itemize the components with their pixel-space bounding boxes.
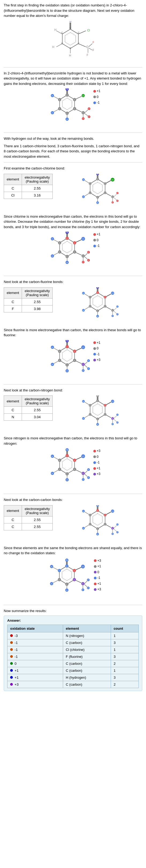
svg-marker-28 — [60, 95, 75, 113]
svg-marker-114 — [60, 238, 75, 256]
element-cell: C (carbon) — [63, 639, 111, 646]
carbon-chlorine-explanation: Since chlorine is more electronegative t… — [4, 214, 142, 230]
svg-text:H: H — [83, 309, 84, 312]
svg-marker-373 — [62, 569, 72, 581]
table-header-element: element — [4, 396, 22, 407]
svg-text:C: C — [104, 305, 106, 308]
svg-text:Cl: Cl — [111, 179, 114, 181]
svg-text:F: F — [82, 118, 84, 120]
divider-6 — [4, 494, 142, 494]
answer-label: Answer: — [7, 618, 139, 622]
value-c2: 2.55 — [22, 523, 53, 530]
element-n: N — [4, 414, 22, 421]
svg-text:H: H — [83, 292, 84, 294]
svg-text:H: H — [83, 400, 84, 403]
svg-text:H: H — [66, 118, 68, 121]
svg-text:Cl: Cl — [82, 455, 84, 458]
svg-text:C: C — [78, 31, 80, 34]
svg-text:Cl: Cl — [87, 29, 90, 32]
count-cell: 2 — [111, 681, 139, 688]
carbon-nitrogen-header: Next look at the carbon-nitrogen bond: — [4, 388, 142, 393]
carbon-fluorine-result-molecule: N Cl C F F F H H — [4, 340, 142, 381]
value-c1: 2.55 — [22, 516, 53, 523]
svg-text:N: N — [69, 21, 71, 23]
svg-text:F: F — [82, 370, 84, 372]
count-cell: 1 — [111, 667, 139, 674]
result-header-count: count — [111, 625, 139, 632]
oxidation-state-cell: -1 — [7, 646, 63, 653]
table-row: C 2.55 — [4, 523, 53, 530]
svg-text:F: F — [88, 259, 89, 261]
intro-paragraph-2: In 2-chloro-4-(trifluoromethyl)benzonitr… — [4, 71, 142, 87]
svg-text:H: H — [97, 533, 99, 535]
svg-text:N: N — [66, 340, 68, 342]
value-c: 2.55 — [22, 298, 53, 305]
svg-text:N: N — [97, 396, 99, 397]
svg-text:C: C — [112, 196, 113, 198]
svg-text:C: C — [59, 459, 61, 462]
table-row: F 3.98 — [4, 305, 53, 312]
svg-text:C: C — [59, 98, 61, 101]
table-row: C 2.55 — [4, 407, 53, 414]
svg-line-256 — [114, 416, 117, 418]
svg-text:C: C — [104, 404, 106, 407]
result-table-row: -1C (carbon)3 — [7, 639, 139, 646]
paragraph-remaining-bonds: With hydrogen out of the way, look at th… — [4, 136, 142, 142]
count-cell: 3 — [111, 674, 139, 681]
oxidation-state-cell: -1 — [7, 639, 63, 646]
svg-text:C: C — [86, 45, 88, 49]
svg-text:C: C — [82, 363, 84, 366]
svg-text:C: C — [66, 565, 68, 567]
svg-text:C: C — [59, 359, 61, 362]
svg-text:Cl: Cl — [82, 346, 84, 349]
element-c: C — [4, 407, 22, 414]
svg-text:Cl: Cl — [82, 238, 84, 240]
carbon-carbon-table: element electronegativity(Pauling scale)… — [4, 505, 53, 530]
svg-marker-244 — [93, 404, 102, 415]
svg-text:N: N — [66, 231, 68, 234]
svg-text:C: C — [97, 196, 99, 199]
svg-line-44 — [85, 114, 88, 116]
svg-text:C: C — [89, 296, 91, 299]
svg-line-87 — [114, 197, 117, 200]
final-result-molecule: N Cl C F F F H H — [4, 558, 142, 601]
svg-text:C: C — [74, 350, 75, 352]
legend-carbon-fluorine-result: +1 0 -1 +3 — [93, 340, 101, 363]
svg-line-345 — [114, 529, 117, 531]
svg-marker-29 — [62, 98, 72, 110]
svg-text:H: H — [83, 527, 84, 530]
svg-text:H: H — [51, 112, 53, 114]
svg-text:F: F — [88, 360, 89, 362]
svg-line-12 — [88, 48, 92, 50]
svg-text:C: C — [112, 417, 113, 420]
svg-text:C: C — [97, 418, 99, 420]
result-table-row: +1C (carbon)1 — [7, 667, 139, 674]
table-row: C 2.55 — [4, 185, 53, 192]
carbon-carbon-header: Next look at the carbon-carbon bonds: — [4, 497, 142, 502]
divider-2 — [4, 132, 142, 133]
table-header-element: element — [4, 174, 22, 185]
svg-line-385 — [84, 581, 87, 584]
carbon-fluorine-molecule: N Cl C F F F H H — [56, 287, 142, 325]
svg-text:C: C — [59, 251, 61, 253]
svg-text:C: C — [59, 468, 61, 471]
svg-text:C: C — [74, 468, 75, 471]
svg-text:H: H — [66, 589, 68, 591]
svg-text:H: H — [83, 196, 84, 198]
svg-line-299 — [85, 471, 87, 473]
result-table: oxidation state element count -3N (nitro… — [7, 625, 139, 688]
element-cl: Cl — [4, 192, 22, 199]
svg-text:C: C — [112, 309, 113, 312]
svg-text:C: C — [59, 579, 60, 581]
svg-text:C: C — [78, 42, 80, 45]
svg-text:C: C — [82, 112, 84, 114]
svg-text:C: C — [112, 527, 113, 530]
oxidation-state-cell: -1 — [7, 653, 63, 660]
svg-text:C: C — [97, 509, 99, 512]
svg-marker-0 — [62, 29, 78, 49]
carbon-nitrogen-table-wrap: element electronegativity(Pauling scale)… — [4, 396, 53, 421]
svg-marker-71 — [90, 179, 105, 197]
oxidation-state-cell: +3 — [7, 681, 63, 688]
svg-text:F: F — [117, 306, 118, 308]
svg-text:C: C — [104, 413, 106, 416]
